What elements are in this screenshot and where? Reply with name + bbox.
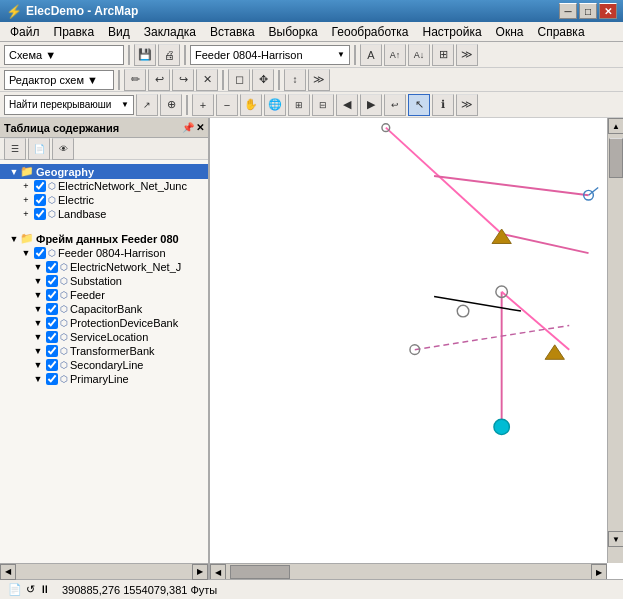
schema-dropdown[interactable]: Схема ▼	[4, 45, 124, 65]
toc-item-protection[interactable]: ▼ ⬡ ProtectionDeviceBank	[0, 316, 208, 330]
menu-select[interactable]: Выборка	[263, 23, 324, 41]
checkbox-landbase[interactable]	[34, 208, 46, 220]
maximize-button[interactable]: □	[579, 3, 597, 19]
menu-edit[interactable]: Правка	[48, 23, 101, 41]
toc-pin-icon[interactable]: 📌	[182, 122, 194, 133]
edit-del-btn[interactable]: ✕	[196, 69, 218, 91]
find-combo[interactable]: Найти перекрываюши ▼	[4, 95, 134, 115]
checkbox-capacitor[interactable]	[46, 303, 58, 315]
feeder-dropdown[interactable]: Feeder 0804-Harrison ▼	[190, 45, 350, 65]
menu-help[interactable]: Справка	[531, 23, 590, 41]
checkbox-primary[interactable]	[46, 373, 58, 385]
expand-feeder0804-icon[interactable]: ▼	[20, 247, 32, 259]
checkbox-transformer[interactable]	[46, 345, 58, 357]
toc-item-capacitor[interactable]: ▼ ⬡ CapacitorBank	[0, 302, 208, 316]
expand-geography-icon[interactable]: ▼	[8, 166, 20, 178]
edit-redo-btn[interactable]: ↪	[172, 69, 194, 91]
toc-item-transformer[interactable]: ▼ ⬡ TransformerBank	[0, 344, 208, 358]
find-target-btn[interactable]: ⊕	[160, 94, 182, 116]
pan-btn[interactable]: ✋	[240, 94, 262, 116]
expand-electric-icon[interactable]: +	[20, 194, 32, 206]
expand-feeder-frame-icon[interactable]: ▼	[8, 233, 20, 245]
toc-item-feeder-frame[interactable]: ▼ 📁 Фрейм данных Feeder 080	[0, 231, 208, 246]
toc-item-feeder0804[interactable]: ▼ ⬡ Feeder 0804-Harrison	[0, 246, 208, 260]
toc-item-landbase[interactable]: + ⬡ Landbase	[0, 207, 208, 221]
toc-source-btn[interactable]: 📄	[28, 138, 50, 160]
menu-insert[interactable]: Вставка	[204, 23, 261, 41]
expand-feeder-layer-icon[interactable]: ▼	[32, 289, 44, 301]
menu-settings[interactable]: Настройка	[417, 23, 488, 41]
identify-btn[interactable]: ℹ	[432, 94, 454, 116]
select-btn[interactable]: ↖	[408, 94, 430, 116]
expand-secondary-icon[interactable]: ▼	[32, 359, 44, 371]
editor-dropdown[interactable]: Редактор схем ▼	[4, 70, 114, 90]
expand-primary-icon[interactable]: ▼	[32, 373, 44, 385]
edit-select-btn[interactable]: ◻	[228, 69, 250, 91]
find-more-btn[interactable]: ≫	[456, 94, 478, 116]
minimize-button[interactable]: ─	[559, 3, 577, 19]
expand-landbase-icon[interactable]: +	[20, 208, 32, 220]
menu-view[interactable]: Вид	[102, 23, 136, 41]
checkbox-feeder0804[interactable]	[34, 247, 46, 259]
checkbox-enjunc[interactable]	[34, 180, 46, 192]
close-button[interactable]: ✕	[599, 3, 617, 19]
checkbox-feeder-layer[interactable]	[46, 289, 58, 301]
checkbox-secondary[interactable]	[46, 359, 58, 371]
expand-capacitor-icon[interactable]: ▼	[32, 303, 44, 315]
toc-list-btn[interactable]: ☰	[4, 138, 26, 160]
checkbox-substation[interactable]	[46, 275, 58, 287]
scroll-down-btn[interactable]: ▼	[608, 531, 623, 547]
toc-item-electric[interactable]: + ⬡ Electric	[0, 193, 208, 207]
toc-item-geography[interactable]: ▼ 📁 Geography	[0, 164, 208, 179]
menu-windows[interactable]: Окна	[490, 23, 530, 41]
menu-geoprocessing[interactable]: Геообработка	[326, 23, 415, 41]
menu-bookmark[interactable]: Закладка	[138, 23, 202, 41]
edit-move-btn[interactable]: ✥	[252, 69, 274, 91]
toc-item-feeder-layer[interactable]: ▼ ⬡ Feeder	[0, 288, 208, 302]
btn-a2[interactable]: A↑	[384, 44, 406, 66]
menu-file[interactable]: Файл	[4, 23, 46, 41]
edit-more-btn[interactable]: ≫	[308, 69, 330, 91]
prev-extent-btn[interactable]: ◀	[336, 94, 358, 116]
zoom-layer-btn[interactable]: ⊟	[312, 94, 334, 116]
toc-scroll-right-btn[interactable]: ▶	[192, 564, 208, 580]
print-btn[interactable]: 🖨	[158, 44, 180, 66]
scroll-right-btn[interactable]: ▶	[591, 564, 607, 579]
edit-pencil-btn[interactable]: ✏	[124, 69, 146, 91]
expand-substation-icon[interactable]: ▼	[32, 275, 44, 287]
rotate-btn[interactable]: ↩	[384, 94, 406, 116]
toc-visibility-btn[interactable]: 👁	[52, 138, 74, 160]
scroll-thumb-h[interactable]	[230, 565, 290, 579]
map-area[interactable]: ▲ ▼ ◀ ▶	[210, 118, 623, 579]
btn-more[interactable]: ≫	[456, 44, 478, 66]
zoom-out-btn[interactable]: −	[216, 94, 238, 116]
edit-undo-btn[interactable]: ↩	[148, 69, 170, 91]
toc-item-substation[interactable]: ▼ ⬡ Substation	[0, 274, 208, 288]
checkbox-enet-net[interactable]	[46, 261, 58, 273]
expand-enet-net-icon[interactable]: ▼	[32, 261, 44, 273]
save-btn[interactable]: 💾	[134, 44, 156, 66]
expand-enjunc-icon[interactable]: +	[20, 180, 32, 192]
expand-protection-icon[interactable]: ▼	[32, 317, 44, 329]
edit-extend-btn[interactable]: ↕	[284, 69, 306, 91]
btn-grid[interactable]: ⊞	[432, 44, 454, 66]
checkbox-service[interactable]	[46, 331, 58, 343]
btn-a3[interactable]: A↓	[408, 44, 430, 66]
expand-transformer-icon[interactable]: ▼	[32, 345, 44, 357]
expand-service-icon[interactable]: ▼	[32, 331, 44, 343]
toc-item-enet-net[interactable]: ▼ ⬡ ElectricNetwork_Net_J	[0, 260, 208, 274]
btn-a1[interactable]: A	[360, 44, 382, 66]
toc-item-electricnetwork-junc[interactable]: + ⬡ ElectricNetwork_Net_Junc	[0, 179, 208, 193]
find-cursor-btn[interactable]: ↗	[136, 94, 158, 116]
scroll-left-btn[interactable]: ◀	[210, 564, 226, 579]
checkbox-protection[interactable]	[46, 317, 58, 329]
toc-scroll-left-btn[interactable]: ◀	[0, 564, 16, 580]
toc-item-service[interactable]: ▼ ⬡ ServiceLocation	[0, 330, 208, 344]
zoom-in-btn[interactable]: +	[192, 94, 214, 116]
scroll-thumb-v[interactable]	[609, 138, 623, 178]
toc-item-secondary[interactable]: ▼ ⬡ SecondaryLine	[0, 358, 208, 372]
toc-item-primary[interactable]: ▼ ⬡ PrimaryLine	[0, 372, 208, 386]
next-extent-btn[interactable]: ▶	[360, 94, 382, 116]
scroll-up-btn[interactable]: ▲	[608, 118, 623, 134]
toc-close-icon[interactable]: ✕	[196, 122, 204, 133]
